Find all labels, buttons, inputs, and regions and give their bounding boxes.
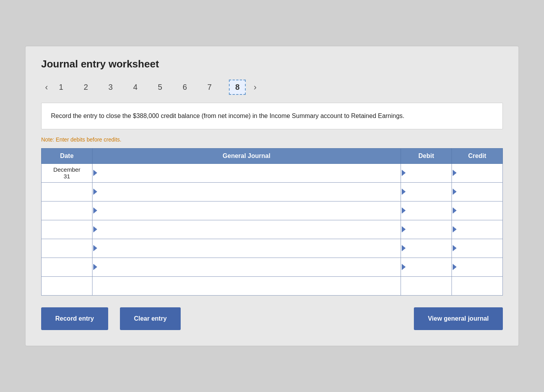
clear-entry-button[interactable]: Clear entry (120, 307, 181, 330)
description-text: Record the entry to close the $388,000 c… (51, 113, 404, 119)
table-row: December31 (42, 163, 503, 182)
page-numbers: 1 2 3 4 5 6 7 8 (56, 80, 246, 95)
debit-indicator-6 (402, 264, 406, 270)
credit-cell-3[interactable] (452, 201, 503, 220)
date-cell-2 (42, 182, 92, 201)
credit-indicator-4 (453, 226, 457, 232)
debit-input-3[interactable] (402, 202, 451, 219)
general-journal-cell-5[interactable] (92, 239, 401, 258)
debit-input-4[interactable] (402, 221, 451, 238)
debit-cell-4[interactable] (401, 220, 452, 239)
header-debit: Debit (401, 148, 452, 163)
debit-indicator-5 (402, 245, 406, 251)
table-row (42, 239, 503, 258)
credit-input-1[interactable] (453, 165, 502, 181)
row-indicator-3 (93, 207, 97, 214)
debit-indicator-3 (402, 207, 406, 214)
debit-input-5[interactable] (402, 240, 451, 257)
header-date: Date (42, 148, 92, 163)
general-journal-input-2[interactable] (93, 183, 400, 200)
general-journal-cell-6[interactable] (92, 258, 401, 276)
general-journal-cell-1[interactable] (92, 163, 401, 182)
pagination-row: ‹ 1 2 3 4 5 6 7 8 › (41, 80, 503, 95)
general-journal-input-1[interactable] (93, 165, 400, 181)
date-cell-5 (42, 239, 92, 258)
page-3[interactable]: 3 (105, 81, 116, 93)
table-row (42, 201, 503, 220)
credit-cell-1[interactable] (452, 163, 503, 182)
credit-input-5[interactable] (453, 240, 502, 257)
debit-cell-2[interactable] (401, 182, 452, 201)
debit-indicator-1 (402, 170, 406, 176)
debit-cell-3[interactable] (401, 201, 452, 220)
debit-cell-1[interactable] (401, 163, 452, 182)
debit-cell-7[interactable] (401, 276, 452, 295)
date-cell-7 (42, 276, 92, 295)
row-indicator-4 (93, 226, 97, 232)
credit-input-3[interactable] (453, 202, 502, 219)
date-cell-1: December31 (42, 163, 92, 182)
record-entry-button[interactable]: Record entry (41, 307, 108, 330)
description-box: Record the entry to close the $388,000 c… (41, 103, 503, 129)
credit-cell-6[interactable] (452, 258, 503, 276)
debit-cell-5[interactable] (401, 239, 452, 258)
general-journal-input-4[interactable] (93, 221, 400, 238)
page-5[interactable]: 5 (155, 81, 165, 93)
prev-page-button[interactable]: ‹ (41, 81, 52, 94)
credit-cell-5[interactable] (452, 239, 503, 258)
table-row (42, 220, 503, 239)
worksheet-container: Journal entry worksheet ‹ 1 2 3 4 5 6 7 … (25, 46, 519, 346)
buttons-row: Record entry Clear entry View general jo… (41, 307, 503, 330)
next-page-button[interactable]: › (250, 81, 260, 94)
credit-indicator-1 (453, 170, 457, 176)
general-journal-input-6[interactable] (93, 259, 400, 276)
credit-cell-4[interactable] (452, 220, 503, 239)
row-indicator-5 (93, 245, 97, 251)
header-credit: Credit (452, 148, 503, 163)
credit-input-4[interactable] (453, 221, 502, 238)
journal-table: Date General Journal Debit Credit Decemb… (41, 148, 503, 296)
page-7[interactable]: 7 (204, 81, 215, 93)
credit-input-6[interactable] (453, 259, 502, 276)
table-row (42, 276, 503, 295)
general-journal-cell-3[interactable] (92, 201, 401, 220)
credit-indicator-3 (453, 207, 457, 214)
page-2[interactable]: 2 (80, 81, 91, 93)
debit-input-6[interactable] (402, 259, 451, 276)
general-journal-input-7[interactable] (93, 278, 400, 294)
page-title: Journal entry worksheet (41, 58, 503, 70)
debit-indicator-4 (402, 226, 406, 232)
credit-input-2[interactable] (453, 183, 502, 200)
view-general-journal-button[interactable]: View general journal (414, 307, 503, 330)
credit-indicator-5 (453, 245, 457, 251)
date-cell-4 (42, 220, 92, 239)
row-indicator-2 (93, 189, 97, 195)
page-4[interactable]: 4 (130, 81, 141, 93)
row-indicator-1 (93, 170, 97, 176)
note-text: Note: Enter debits before credits. (41, 136, 503, 143)
row-indicator-6 (93, 264, 97, 270)
debit-input-7[interactable] (402, 278, 451, 294)
date-cell-6 (42, 258, 92, 276)
debit-input-1[interactable] (402, 165, 451, 181)
general-journal-cell-2[interactable] (92, 182, 401, 201)
debit-indicator-2 (402, 189, 406, 195)
credit-indicator-6 (453, 264, 457, 270)
credit-indicator-2 (453, 189, 457, 195)
date-cell-3 (42, 201, 92, 220)
page-8[interactable]: 8 (229, 80, 246, 95)
general-journal-cell-7[interactable] (92, 276, 401, 295)
debit-cell-6[interactable] (401, 258, 452, 276)
general-journal-cell-4[interactable] (92, 220, 401, 239)
table-row (42, 182, 503, 201)
table-row (42, 258, 503, 276)
credit-cell-7[interactable] (452, 276, 503, 295)
page-6[interactable]: 6 (180, 81, 190, 93)
page-1[interactable]: 1 (56, 81, 66, 93)
header-general-journal: General Journal (92, 148, 401, 163)
general-journal-input-3[interactable] (93, 202, 400, 219)
general-journal-input-5[interactable] (93, 240, 400, 257)
credit-cell-2[interactable] (452, 182, 503, 201)
credit-input-7[interactable] (453, 278, 502, 294)
debit-input-2[interactable] (402, 183, 451, 200)
